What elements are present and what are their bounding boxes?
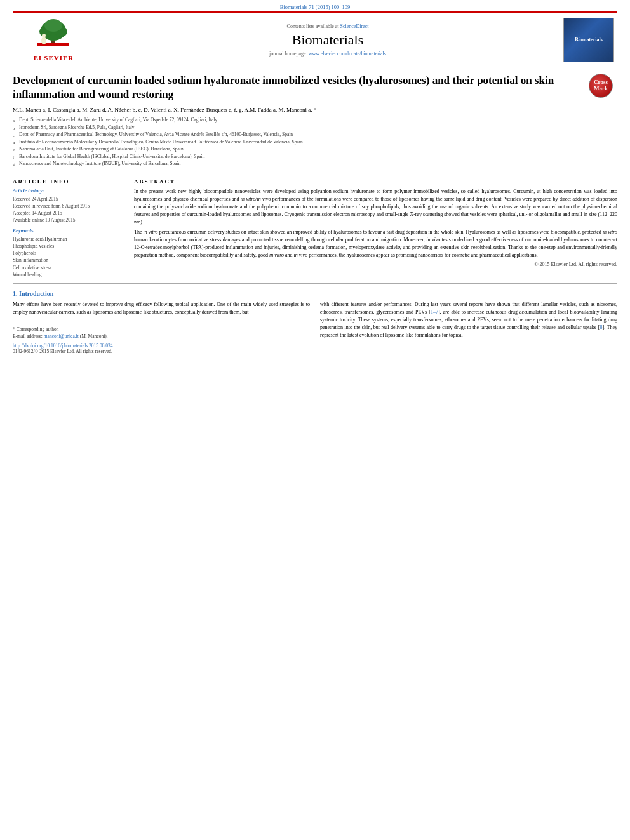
- page-wrapper: Biomaterials 71 (2015) 100–109: [0, 0, 630, 361]
- sciencedirect-link[interactable]: ScienceDirect: [340, 23, 369, 29]
- info-abstract-section: ARTICLE INFO Article history: Received 2…: [13, 178, 617, 279]
- received-date: Received 24 April 2015: [13, 196, 124, 203]
- elsevier-logo-area: ELSEVIER: [13, 13, 95, 67]
- keywords-title: Keywords:: [13, 228, 124, 234]
- affiliation-d: d Instituto de Reconocimiento Molecular …: [13, 139, 617, 146]
- authors-line: M.L. Manca a, I. Castangia a, M. Zaru d,…: [13, 107, 617, 113]
- article-title: Development of curcumin loaded sodium hy…: [13, 74, 617, 102]
- abstract-text: In the present work new highly biocompat…: [134, 188, 617, 259]
- doi-line: http://dx.doi.org/10.1016/j.biomaterials…: [13, 343, 310, 349]
- journal-cover: Biomaterials: [563, 18, 614, 62]
- affiliation-e: e Nanomalaria Unit, Institute for Bioeng…: [13, 146, 617, 153]
- main-content: Development of curcumin loaded sodium hy…: [0, 67, 630, 361]
- contents-available: Contents lists available at ScienceDirec…: [287, 23, 369, 29]
- abstract-para-2: The in vitro percutaneous curcumin deliv…: [134, 229, 617, 259]
- aff-text-d: Instituto de Reconocimiento Molecular y …: [19, 139, 303, 146]
- cover-image-area: Biomaterials: [560, 13, 617, 67]
- elsevier-logo: ELSEVIER: [34, 18, 74, 62]
- citation-text: Biomaterials 71 (2015) 100–109: [280, 4, 351, 10]
- divider-1: [13, 173, 617, 173]
- crossmark-icon: CrossMark: [589, 74, 613, 98]
- affiliations-section: a Dept. Scienze della Vita e dell'Ambien…: [13, 117, 617, 168]
- corresponding-note: * Corresponding author.: [13, 326, 310, 333]
- elsevier-tree-icon: [34, 18, 72, 53]
- aff-sup-d: d: [13, 139, 19, 146]
- copyright-text: © 2015 Elsevier Ltd. All rights reserved…: [134, 262, 617, 267]
- email-note: E-mail address: manconi@unica.it (M. Man…: [13, 333, 310, 340]
- email-link[interactable]: manconi@unica.it: [44, 333, 79, 339]
- abstract-label: ABSTRACT: [134, 178, 617, 185]
- revised-date: Received in revised form 8 August 2015: [13, 203, 124, 210]
- article-info-label: ARTICLE INFO: [13, 178, 124, 185]
- aff-sup-f: f: [13, 154, 19, 161]
- accepted-date: Accepted 14 August 2015: [13, 210, 124, 217]
- keyword-5: Cell oxidative stress: [13, 264, 124, 271]
- keyword-4: Skin inflammation: [13, 257, 124, 263]
- keyword-3: Polyphenols: [13, 250, 124, 257]
- authors-text: M.L. Manca a, I. Castangia a, M. Zaru d,…: [13, 107, 316, 113]
- keyword-6: Wound healing: [13, 271, 124, 278]
- issn-line: 0142-9612/© 2015 Elsevier Ltd. All right…: [13, 349, 310, 354]
- intro-left-col: Many efforts have been recently devoted …: [13, 301, 310, 354]
- journal-header: ELSEVIER Contents lists available at Sci…: [13, 11, 617, 67]
- abstract-para-1: In the present work new highly biocompat…: [134, 188, 617, 226]
- abstract-col: ABSTRACT In the present work new highly …: [134, 178, 617, 279]
- doi-link[interactable]: http://dx.doi.org/10.1016/j.biomaterials…: [13, 343, 113, 349]
- crossmark-badge[interactable]: CrossMark: [589, 74, 617, 102]
- affiliation-f: f Barcelona Institute for Global Health …: [13, 154, 617, 161]
- ref-8[interactable]: 8: [600, 324, 603, 330]
- aff-text-f: Barcelona Institute for Global Health (I…: [19, 154, 204, 161]
- affiliation-a: a Dept. Scienze della Vita e dell'Ambien…: [13, 117, 617, 124]
- affiliation-g: g Nanoscience and Nanotechnology Institu…: [13, 161, 617, 168]
- keyword-1: Hyaluronic acid/Hyaluronan: [13, 236, 124, 243]
- intro-two-col: Many efforts have been recently devoted …: [13, 301, 617, 354]
- ref-1-7[interactable]: 1–7: [431, 309, 438, 315]
- intro-right-text: with different features and/or performan…: [320, 301, 617, 339]
- keyword-2: Phospholipid vesicles: [13, 243, 124, 250]
- divider-2: [13, 283, 617, 284]
- aff-text-b: Iconoderm Srl, Sardegna Ricerche Ed.5, P…: [19, 124, 135, 131]
- journal-name: Biomaterials: [292, 32, 363, 48]
- aff-sup-g: g: [13, 161, 19, 168]
- introduction-section: 1. Introduction Many efforts have been r…: [13, 290, 617, 354]
- journal-title-area: Contents lists available at ScienceDirec…: [95, 13, 560, 67]
- available-date: Available online 19 August 2015: [13, 217, 124, 223]
- aff-text-c: Dept. of Pharmacy and Pharmaceutical Tec…: [19, 131, 293, 138]
- intro-right-col: with different features and/or performan…: [320, 301, 617, 354]
- cover-label: Biomaterials: [575, 37, 603, 43]
- elsevier-wordmark: ELSEVIER: [34, 54, 74, 62]
- article-info-col: ARTICLE INFO Article history: Received 2…: [13, 178, 124, 279]
- affiliation-c: c Dept. of Pharmacy and Pharmaceutical T…: [13, 131, 617, 138]
- svg-point-6: [41, 37, 46, 44]
- homepage-link[interactable]: www.elsevier.com/locate/biomaterials: [309, 51, 386, 57]
- journal-homepage: journal homepage: www.elsevier.com/locat…: [269, 51, 386, 57]
- aff-sup-e: e: [13, 146, 19, 153]
- affiliation-b: b Iconoderm Srl, Sardegna Ricerche Ed.5,…: [13, 124, 617, 131]
- history-title: Article history:: [13, 188, 124, 194]
- title-area: Development of curcumin loaded sodium hy…: [13, 74, 617, 102]
- aff-sup-c: c: [13, 131, 19, 138]
- intro-heading: 1. Introduction: [13, 290, 617, 297]
- aff-text-a: Dept. Scienze della Vita e dell'Ambiente…: [19, 117, 217, 124]
- aff-sup-b: b: [13, 124, 19, 131]
- citation-bar: Biomaterials 71 (2015) 100–109: [0, 0, 630, 11]
- aff-text-g: Nanoscience and Nanotechnology Institute…: [19, 161, 181, 168]
- intro-left-text: Many efforts have been recently devoted …: [13, 301, 310, 316]
- footnote-area: * Corresponding author. E-mail address: …: [13, 323, 310, 340]
- svg-point-7: [42, 34, 46, 37]
- aff-text-e: Nanomalaria Unit, Institute for Bioengin…: [19, 146, 184, 153]
- aff-sup-a: a: [13, 117, 19, 124]
- svg-point-5: [44, 19, 62, 32]
